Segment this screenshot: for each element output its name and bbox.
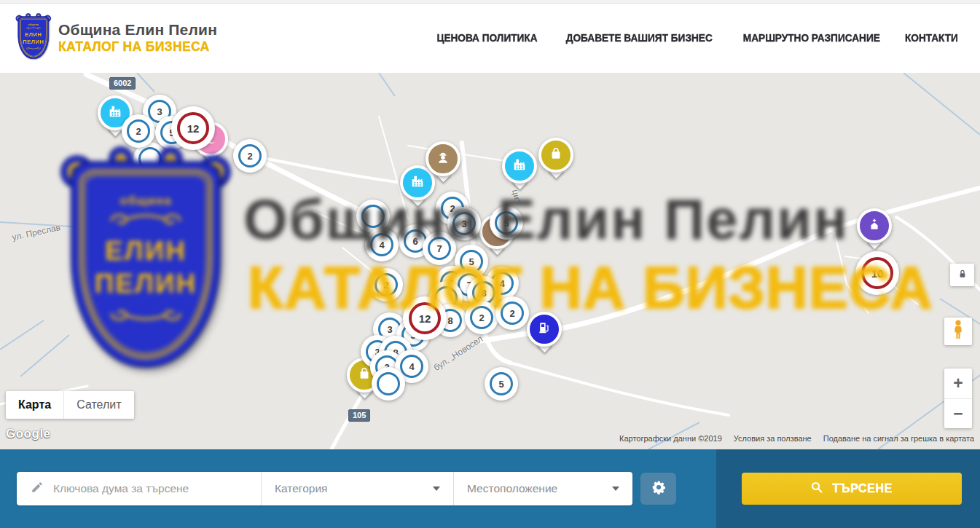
street-view-pegman-button[interactable] [944, 318, 972, 345]
cluster-count: 8 [447, 315, 452, 326]
cluster-marker[interactable]: 2 [369, 268, 403, 302]
fuel-pump-icon [537, 320, 552, 338]
worker-icon [435, 149, 451, 168]
search-bar: Категория Местоположение ТЪРСЕНЕ [0, 449, 980, 528]
emblem-flourish [25, 46, 42, 50]
category-select[interactable]: Категория [261, 472, 453, 505]
search-icon [810, 481, 823, 497]
road-number-badge: 105 [348, 409, 370, 422]
cluster-marker[interactable]: 12 [403, 296, 447, 340]
advanced-settings-button[interactable] [640, 473, 676, 505]
pegman-icon [950, 319, 966, 344]
attribution-link-1[interactable]: Условия за ползване [734, 434, 812, 443]
cluster-marker[interactable]: 12 [171, 106, 215, 150]
cluster-count: 5 [498, 379, 503, 390]
keyword-section [17, 472, 261, 505]
brand-home-link[interactable]: община ЕЛИН ПЕЛИН Община Елин Пелин КАТА… [16, 15, 217, 60]
map-canvas[interactable]: ул. Преславбул. „Новоселци“ 6002105 3251… [0, 73, 980, 449]
cluster-marker[interactable]: 10 [855, 251, 899, 295]
map-type-map-button[interactable]: Карта [6, 391, 63, 419]
nav-item-2[interactable]: МАРШРУТНО РАЗПИСАНИЕ [743, 31, 880, 44]
attribution-link-2[interactable]: Подаване на сигнал за грешка в картата [823, 434, 974, 443]
nav-item-1[interactable]: ДОБАВЕТЕ ВАШИЯТ БИЗНЕС [566, 31, 713, 44]
location-select[interactable]: Местоположение [453, 472, 632, 505]
factory-icon [409, 173, 426, 192]
keyword-search-input[interactable] [53, 482, 235, 495]
search-button[interactable]: ТЪРСЕНЕ [742, 473, 962, 505]
cluster-count: 8 [481, 288, 486, 299]
municipality-logo: община ЕЛИН ПЕЛИН [16, 15, 51, 60]
marker-shopping-bag[interactable] [537, 136, 575, 184]
map-type-satellite-button[interactable]: Сателит [63, 391, 133, 419]
cluster-marker[interactable]: 2 [233, 139, 267, 173]
marker-factory[interactable] [501, 147, 538, 195]
cluster-marker[interactable]: 2 [465, 301, 498, 334]
cluster-count: 2 [247, 151, 252, 162]
lock-icon [957, 268, 968, 283]
cluster-marker[interactable]: 7 [423, 232, 456, 265]
cluster-count: 2 [383, 280, 388, 291]
marker-fuel-pump[interactable] [525, 310, 563, 358]
zoom-out-button[interactable]: − [944, 398, 972, 428]
cluster-marker[interactable]: 5 [490, 206, 523, 240]
shopping-bag-icon [549, 146, 563, 164]
google-logo[interactable]: Google [6, 427, 51, 441]
cluster-marker[interactable]: 2 [122, 114, 155, 148]
emblem-name-line2: ПЕЛИН [21, 38, 45, 44]
search-field-group: Категория Местоположение [17, 472, 632, 505]
emblem-shield: община ЕЛИН ПЕЛИН [17, 16, 49, 59]
chevron-down-icon [433, 486, 440, 491]
cluster-marker[interactable]: 2 [495, 296, 529, 330]
cluster-count: 4 [379, 240, 384, 251]
nav-item-3[interactable]: КОНТАКТИ [905, 31, 958, 44]
cluster-count: 2 [509, 308, 514, 319]
emblem-org-text: община [21, 23, 45, 26]
cluster-marker[interactable]: 5 [485, 367, 518, 401]
cluster-count: 6 [412, 236, 418, 247]
cluster-marker[interactable]: 3 [447, 207, 481, 240]
search-button-label: ТЪРСЕНЕ [832, 481, 892, 496]
marker-church[interactable] [855, 207, 893, 255]
chevron-down-icon [612, 486, 619, 491]
category-select-value: Категория [275, 482, 327, 495]
factory-icon [511, 157, 528, 176]
shopping-bag-icon [357, 366, 372, 384]
cluster-count: 12 [187, 122, 200, 135]
road-number-badge: 6002 [109, 77, 136, 90]
attribution-text: Картографски данни ©2019 [619, 434, 722, 443]
zoom-control: + − [944, 369, 972, 428]
nav-item-0[interactable]: ЦЕНОВА ПОЛИТИКА [437, 31, 538, 44]
lock-button[interactable] [950, 264, 974, 286]
cluster-count: 2 [136, 126, 141, 137]
cluster-count: 10 [871, 267, 884, 280]
cluster-count: 5 [503, 218, 509, 229]
cluster-marker[interactable]: 4 [365, 228, 399, 261]
factory-icon [107, 103, 123, 122]
pencil-icon [31, 481, 44, 497]
location-select-value: Местоположение [467, 482, 557, 495]
marker-worker[interactable] [424, 140, 462, 188]
municipality-emblem: община ЕЛИН ПЕЛИН [16, 15, 51, 59]
site-subtitle: КАТАЛОГ НА БИЗНЕСА [58, 39, 210, 55]
cluster-count: 12 [419, 312, 431, 325]
cluster-count: 5 [469, 256, 474, 267]
church-icon [867, 217, 882, 235]
cluster-count: 7 [436, 243, 442, 254]
cluster-count: 3 [387, 324, 392, 335]
map-type-control: Карта Сателит [6, 391, 134, 419]
cluster-marker[interactable] [372, 367, 405, 401]
cluster-count: 3 [461, 218, 466, 229]
cluster-count: 3 [157, 106, 162, 117]
gear-icon [651, 479, 667, 498]
site-title: Община Елин Пелин [58, 21, 217, 39]
cluster-count: 2 [479, 312, 484, 323]
cluster-count: 4 [409, 361, 414, 372]
emblem-name-line1: ЕЛИН [21, 31, 45, 38]
cluster-count: 4 [499, 278, 504, 289]
emblem-flourish [25, 26, 42, 30]
map-attribution: Картографски данни ©2019Условия за ползв… [619, 434, 974, 443]
main-nav: ЦЕНОВА ПОЛИТИКАДОБАВЕТЕ ВАШИЯТ БИЗНЕСМАР… [430, 31, 962, 44]
site-header: община ЕЛИН ПЕЛИН Община Елин Пелин КАТА… [0, 4, 980, 72]
zoom-in-button[interactable]: + [944, 369, 972, 398]
